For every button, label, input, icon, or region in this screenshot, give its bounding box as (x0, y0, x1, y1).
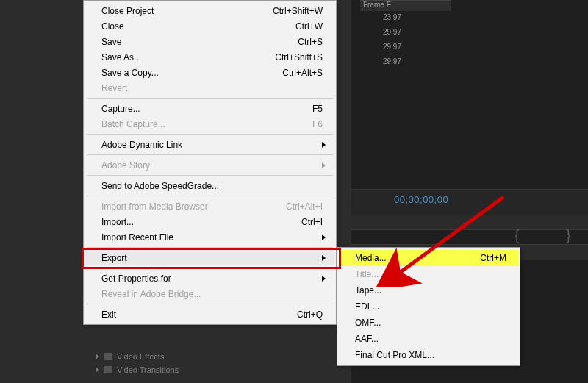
menu-item-shortcut: Ctrl+S (298, 37, 326, 47)
submenu-item-label: Final Cut Pro XML... (355, 350, 509, 360)
menu-separator (87, 268, 333, 268)
submenu-arrow-icon (322, 255, 326, 261)
menu-item-shortcut: Ctrl+Shift+S (275, 52, 326, 62)
menu-item-label: Import from Media Browser (101, 201, 286, 212)
menu-item-dynamic-link[interactable]: Adobe Dynamic Link (85, 137, 334, 152)
project-item-label: Video Effects (117, 352, 164, 361)
menu-item-import-media-browser: Import from Media BrowserCtrl+Alt+I (85, 198, 334, 214)
frame-column-header: Frame F (360, 0, 451, 11)
submenu-item-edl[interactable]: EDL... (339, 298, 518, 315)
menu-item-shortcut: F6 (312, 119, 326, 129)
menu-item-label: Save As... (101, 52, 275, 62)
menu-separator (87, 247, 333, 248)
frame-rate-values: 23.9729.9729.9729.97 (360, 10, 401, 69)
menu-separator (87, 196, 333, 196)
menu-item-label: Send to Adobe SpeedGrade... (101, 181, 326, 191)
submenu-item-fcp-xml[interactable]: Final Cut Pro XML... (339, 347, 518, 363)
out-bracket-icon: } (566, 227, 571, 244)
disclosure-triangle-icon (96, 354, 99, 359)
menu-item-label: Save (101, 37, 298, 47)
menu-item-close-project[interactable]: Close ProjectCtrl+Shift+W (85, 3, 334, 18)
submenu-arrow-icon (322, 235, 326, 240)
submenu-item-title: Title... (339, 266, 518, 282)
menu-separator (87, 304, 333, 304)
submenu-item-label: Tape... (355, 285, 509, 296)
menu-item-close[interactable]: CloseCtrl+W (85, 18, 334, 34)
submenu-item-shortcut: Ctrl+M (480, 253, 509, 263)
frame-rate-value: 29.97 (360, 40, 401, 54)
menu-item-revert: Revert (85, 80, 334, 96)
submenu-item-omf[interactable]: OMF... (339, 315, 518, 331)
menu-item-batch-capture: Batch Capture...F6 (85, 116, 334, 132)
timecode-display[interactable]: 00;00;00;00 (394, 194, 448, 205)
menu-item-shortcut: F5 (312, 104, 326, 114)
submenu-item-tape[interactable]: Tape... (339, 282, 518, 298)
folder-icon (104, 366, 112, 373)
menu-item-import-recent[interactable]: Import Recent File (85, 229, 334, 245)
menu-separator (87, 98, 333, 99)
submenu-item-label: OMF... (355, 318, 509, 328)
frame-rate-value: 23.97 (360, 10, 401, 25)
menu-item-import[interactable]: Import...Ctrl+I (85, 214, 334, 229)
menu-item-send-speedgrade[interactable]: Send to Adobe SpeedGrade... (85, 178, 334, 193)
menu-item-label: Import... (101, 217, 301, 227)
folder-icon (104, 353, 112, 360)
file-menu: Close ProjectCtrl+Shift+WCloseCtrl+WSave… (83, 0, 337, 325)
menu-item-shortcut: Ctrl+Q (297, 309, 326, 320)
in-bracket-icon: { (514, 227, 520, 244)
submenu-item-label: Media... (355, 253, 480, 263)
frame-rate-value: 29.97 (360, 25, 401, 40)
menu-item-label: Capture... (101, 104, 312, 114)
menu-separator (87, 134, 333, 135)
submenu-item-label: Title... (355, 269, 509, 279)
menu-item-label: Import Recent File (101, 232, 318, 243)
menu-separator (87, 154, 333, 155)
menu-item-reveal-bridge: Reveal in Adobe Bridge... (85, 286, 334, 301)
menu-item-label: Batch Capture... (101, 119, 312, 129)
menu-item-shortcut: Ctrl+Shift+W (273, 6, 326, 16)
project-panel-item[interactable]: Video Transitions (96, 363, 179, 376)
menu-item-label: Adobe Story (101, 160, 318, 171)
export-submenu: Media...Ctrl+MTitle...Tape...EDL...OMF..… (337, 247, 520, 366)
menu-item-shortcut: Ctrl+I (301, 217, 326, 227)
menu-item-shortcut: Ctrl+W (295, 21, 326, 32)
menu-item-save-as[interactable]: Save As...Ctrl+Shift+S (85, 49, 334, 65)
menu-item-shortcut: Ctrl+Alt+I (286, 201, 326, 212)
submenu-item-label: EDL... (355, 301, 509, 312)
menu-item-label: Revert (101, 83, 326, 93)
menu-item-save[interactable]: SaveCtrl+S (85, 34, 334, 49)
menu-separator (87, 175, 333, 176)
menu-item-label: Export (101, 253, 318, 263)
menu-item-save-copy[interactable]: Save a Copy...Ctrl+Alt+S (85, 65, 334, 80)
menu-item-label: Exit (101, 309, 297, 320)
menu-item-label: Adobe Dynamic Link (101, 140, 318, 150)
menu-item-capture[interactable]: Capture...F5 (85, 101, 334, 116)
timecode-row (351, 189, 588, 215)
menu-item-label: Close Project (101, 6, 273, 16)
submenu-item-aaf[interactable]: AAF... (339, 331, 518, 347)
submenu-arrow-icon (322, 162, 326, 168)
project-panel-items: Video EffectsVideo Transitions (96, 350, 179, 376)
disclosure-triangle-icon (96, 367, 99, 373)
submenu-arrow-icon (322, 276, 326, 282)
menu-item-export[interactable]: Export (85, 250, 334, 265)
menu-item-shortcut: Ctrl+Alt+S (282, 68, 326, 78)
submenu-arrow-icon (322, 142, 326, 148)
timeline-ruler[interactable] (351, 215, 588, 230)
submenu-item-label: AAF... (355, 334, 509, 344)
menu-item-label: Get Properties for (101, 273, 318, 284)
project-panel-item[interactable]: Video Effects (96, 350, 179, 363)
menu-item-adobe-story: Adobe Story (85, 157, 334, 173)
submenu-item-media[interactable]: Media...Ctrl+M (339, 250, 518, 266)
menu-item-exit[interactable]: ExitCtrl+Q (85, 307, 334, 322)
menu-item-label: Save a Copy... (101, 68, 282, 78)
menu-item-get-properties[interactable]: Get Properties for (85, 271, 334, 286)
menu-item-label: Reveal in Adobe Bridge... (101, 289, 326, 299)
menu-item-label: Close (101, 21, 295, 32)
project-item-label: Video Transitions (117, 365, 179, 374)
frame-rate-value: 29.97 (360, 54, 401, 69)
